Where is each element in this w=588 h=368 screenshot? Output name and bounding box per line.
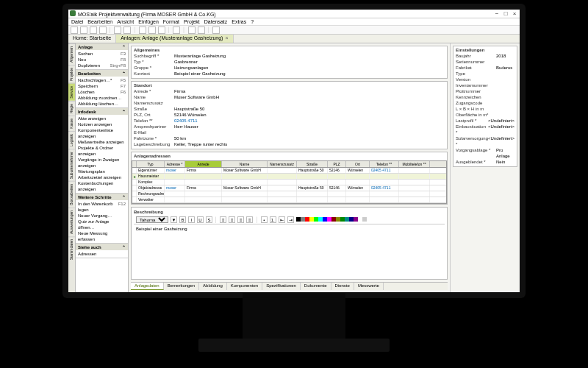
editor-button[interactable]: ≡ [237,216,244,223]
sidebar-item[interactable]: Kostenbuchungen anzeigen [76,180,128,192]
menu-bearbeiten[interactable]: Bearbeiten [87,19,112,24]
vtab-büroarbeiten[interactable]: Büroarbeiten [68,181,75,208]
table-row[interactable]: ▸Hausmeister [132,174,446,180]
editor-button[interactable]: ⇤ [279,216,285,223]
menu-?[interactable]: ? [251,19,254,24]
sidebar-item[interactable]: Quiz zur Anlage öffnen… [76,219,128,230]
sidebar-item[interactable]: Neuer Vorgang… [76,213,128,219]
menu-einfügen[interactable]: Einfügen [138,19,159,24]
panel-header[interactable]: Weitere Schritte⌃ [76,194,128,200]
field-value[interactable]: Keller, Treppe runter rechts [174,141,445,147]
panel-header[interactable]: Bearbeiten⌃ [76,70,128,77]
editor-button[interactable]: ≡ [246,216,253,223]
vtab-subunternehmer[interactable]: Subunternehmer [68,149,75,181]
open-button[interactable] [80,26,87,34]
menu-extras[interactable]: Extras [232,19,246,24]
find-button[interactable] [173,26,180,34]
field-value[interactable]: Beispiel einer Gasheizung [174,71,445,77]
editor-button[interactable]: • [261,216,268,223]
field-value[interactable]: 02405 4711 [174,118,445,124]
color-swatch[interactable] [362,217,367,222]
sidebar-item[interactable]: Meßwertreihe anzeigen [76,139,128,145]
editor-button[interactable]: B [179,216,186,223]
table-row[interactable]: EigentümermoserFirmaMoser Software GmbHH… [132,168,446,174]
sidebar-item[interactable]: Wartungsplan [76,169,128,174]
menu-format[interactable]: Format [163,19,179,24]
menu-ansicht[interactable]: Ansicht [117,19,134,24]
sidebar-item[interactable]: Adressen [76,251,128,257]
field-value[interactable]: Moser Software GmbH [174,94,445,100]
minimize-button[interactable]: − [493,10,501,17]
redo-button[interactable] [123,26,131,34]
column-header[interactable]: PLZ [328,161,346,167]
undo-button[interactable] [114,26,121,34]
document-tab[interactable]: Anlagen: Anlage (Musteranlage Gasheizung… [116,35,233,43]
field-value[interactable]: Musteranlage Gasheizung [174,53,445,59]
bottom-tab[interactable]: Dienste [331,283,354,290]
field-value[interactable]: 50 km [174,135,445,141]
field-value[interactable]: 2018 [496,53,514,59]
bottom-tab[interactable]: Spezifikationen [262,283,301,290]
panel-header[interactable]: Siehe auch⌃ [76,244,128,250]
sidebar-item[interactable]: Akte anzeigen [76,116,128,121]
column-header[interactable]: Name [222,161,268,167]
sidebar-item[interactable]: DuplizierenStrg+F8 [76,63,128,68]
bottom-tab[interactable]: Komponenten [227,283,262,290]
sidebar-item[interactable]: Nachschlagen…*F5 [76,77,128,83]
editor-button[interactable]: 1. [270,216,276,223]
table-row[interactable]: Komplex [132,180,446,185]
maximize-button[interactable]: □ [502,10,509,17]
bottom-tab[interactable]: Messwerte [354,283,384,290]
document-tab[interactable]: Home: Startseite [68,35,116,43]
addresses-grid[interactable]: TypAdresse *AnredeNameNamenszusatzStraße… [132,160,447,204]
field-value[interactable] [496,112,514,118]
sidebar-item[interactable]: Neue Messung erfassen [76,230,128,242]
sidebar-item[interactable]: Vorgänge in Zweigen anzeigen [76,157,128,169]
column-header[interactable]: Straße [297,161,328,167]
sidebar-item[interactable]: Projekte & Ordner anzeigen [76,145,128,157]
paste-button[interactable] [158,26,165,34]
field-value[interactable]: <Undefiniert> [488,118,514,124]
sidebar-item[interactable]: Abbildung zuordnen… [76,95,128,101]
field-value[interactable]: Buderus [496,65,514,71]
vtab-regie[interactable]: Regie [68,101,75,116]
table-row[interactable]: Rechnungsadresse [132,191,446,197]
field-value[interactable] [496,88,514,94]
bottom-tab[interactable]: Dokumente [301,283,331,290]
panel-header[interactable]: Anlage⌃ [76,43,128,50]
sidebar-item[interactable]: Arbeitszettel anzeigen [76,174,128,180]
help-button[interactable] [212,26,220,34]
table-row[interactable]: Verwalter [132,197,446,203]
field-value[interactable] [496,82,514,88]
editor-button[interactable]: ≡ [220,216,226,223]
sidebar-item[interactable]: NeuF8 [76,57,128,63]
vtab-projekte[interactable]: Projekte [68,65,75,83]
editor-button[interactable]: U [197,216,204,223]
menu-datensatz[interactable]: Datensatz [204,19,228,24]
field-value[interactable] [496,94,514,100]
cut-button[interactable] [139,26,146,34]
field-value[interactable] [174,100,445,106]
sidebar-item[interactable]: LöschenF6 [76,89,128,95]
column-header[interactable]: Typ [137,161,165,167]
field-value[interactable]: <Undefiniert> [488,135,514,147]
field-value[interactable] [174,130,445,135]
field-value[interactable] [496,71,514,77]
field-value[interactable]: Gasbrenner [174,59,445,65]
vtab-logistik[interactable]: Logistik [68,131,75,149]
sidebar-item[interactable]: SpeichernF7 [76,83,128,89]
close-tab-icon[interactable]: × [225,35,228,40]
bottom-tab[interactable]: Abbildung [199,283,227,290]
field-value[interactable] [496,106,514,112]
vtab-service[interactable]: Service [68,83,75,101]
vtab-allgemein[interactable]: Allgemein [68,43,75,65]
new-button[interactable] [71,26,78,34]
bottom-tab[interactable]: Anlagedaten [131,283,164,290]
field-value[interactable]: 52146 Würselen [174,112,445,118]
column-header[interactable]: Adresse * [165,161,185,167]
fwd-button[interactable] [198,26,205,34]
editor-button[interactable]: ▼ [171,216,177,223]
sidebar-item[interactable]: SuchenF3 [76,51,128,57]
field-value[interactable]: Nein [496,159,514,165]
field-value[interactable]: Heizungsanlagen [174,65,445,71]
